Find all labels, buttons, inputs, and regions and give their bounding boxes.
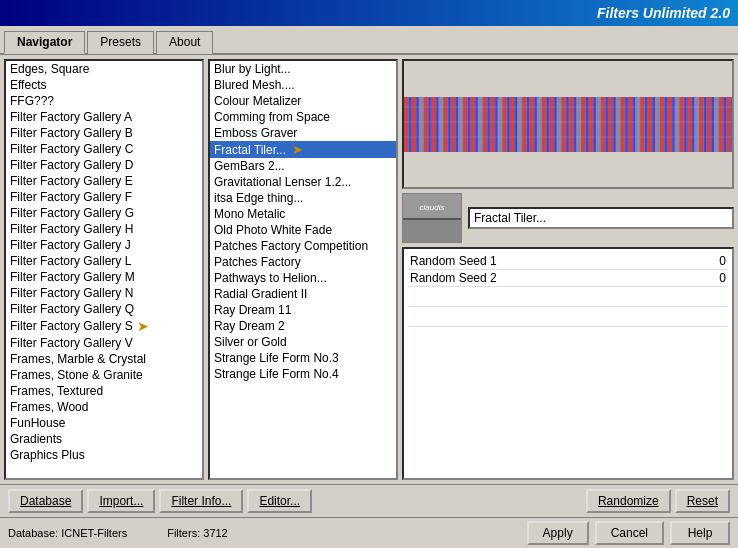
filter-thumbnail: claudis (402, 193, 462, 243)
list-item[interactable]: Filter Factory Gallery H (6, 221, 202, 237)
list-item[interactable]: Filter Factory Gallery Q (6, 301, 202, 317)
database-status: Database: ICNET-Filters (8, 527, 127, 539)
filter-item-selected[interactable]: Fractal Tiler... ➤ (210, 141, 396, 158)
list-item[interactable]: Filter Factory Gallery A (6, 109, 202, 125)
list-item[interactable]: Filter Factory Gallery F (6, 189, 202, 205)
filter-item[interactable]: Colour Metalizer (210, 93, 396, 109)
list-item[interactable]: Frames, Stone & Granite (6, 367, 202, 383)
filter-item[interactable]: Mono Metalic (210, 206, 396, 222)
list-item[interactable]: Frames, Textured (6, 383, 202, 399)
status-actions: Apply Cancel Help (527, 521, 730, 545)
list-item[interactable]: Filter Factory Gallery B (6, 125, 202, 141)
list-item[interactable]: Frames, Marble & Crystal (6, 351, 202, 367)
list-item[interactable]: Filter Factory Gallery M (6, 269, 202, 285)
filter-info-row: claudis Fractal Tiler... (402, 193, 734, 243)
list-item[interactable]: Filter Factory Gallery C (6, 141, 202, 157)
filter-item[interactable]: Blured Mesh.... (210, 77, 396, 93)
list-item[interactable]: Filter Factory Gallery E (6, 173, 202, 189)
apply-button[interactable]: Apply (527, 521, 589, 545)
filter-item[interactable]: Patches Factory (210, 254, 396, 270)
database-button[interactable]: Database (8, 489, 83, 513)
tab-presets[interactable]: Presets (87, 31, 154, 54)
list-item[interactable]: Filter Factory Gallery L (6, 253, 202, 269)
app-title: Filters Unlimited 2.0 (597, 5, 730, 21)
param-value: 0 (719, 271, 726, 285)
filter-item[interactable]: Radial Gradient II (210, 286, 396, 302)
filter-item[interactable]: itsa Edge thing... (210, 190, 396, 206)
reset-button[interactable]: Reset (675, 489, 730, 513)
param-value: 0 (719, 254, 726, 268)
filter-name-display: Fractal Tiler... (468, 207, 734, 229)
filter-item[interactable]: Blur by Light... (210, 61, 396, 77)
filter-item[interactable]: Comming from Space (210, 109, 396, 125)
svg-rect-13 (403, 220, 461, 242)
filter-item[interactable]: Strange Life Form No.4 (210, 366, 396, 382)
list-item[interactable]: Filter Factory Gallery S ➤ (6, 317, 202, 335)
filter-item[interactable]: Patches Factory Competition (210, 238, 396, 254)
param-label: Random Seed 1 (410, 254, 497, 268)
param-label: Random Seed 2 (410, 271, 497, 285)
randomize-button[interactable]: Randomize (586, 489, 671, 513)
list-item[interactable]: FunHouse (6, 415, 202, 431)
list-item[interactable]: Edges, Square (6, 61, 202, 77)
help-button[interactable]: Help (670, 521, 730, 545)
param-row: Random Seed 1 0 (408, 253, 728, 270)
params-area: Random Seed 1 0 Random Seed 2 0 (402, 247, 734, 480)
filter-item[interactable]: Ray Dream 11 (210, 302, 396, 318)
arrow-icon: ➤ (137, 318, 149, 334)
cancel-button[interactable]: Cancel (595, 521, 664, 545)
param-row: Random Seed 2 0 (408, 270, 728, 287)
param-row-empty (408, 307, 728, 327)
list-item[interactable]: Filter Factory Gallery J (6, 237, 202, 253)
preview-image (404, 97, 732, 152)
filter-item[interactable]: Pathways to Helion... (210, 270, 396, 286)
editor-button[interactable]: Editor... (247, 489, 312, 513)
list-item[interactable]: Frames, Wood (6, 399, 202, 415)
filter-item[interactable]: Gravitational Lenser 1.2... (210, 174, 396, 190)
tab-bar: Navigator Presets About (0, 26, 738, 55)
filter-item[interactable]: Silver or Gold (210, 334, 396, 350)
param-row-empty (408, 287, 728, 307)
list-item[interactable]: Filter Factory Gallery G (6, 205, 202, 221)
tab-about[interactable]: About (156, 31, 213, 54)
svg-text:claudis: claudis (420, 203, 445, 212)
svg-rect-5 (404, 97, 732, 152)
list-item[interactable]: Gradients (6, 431, 202, 447)
filter-item[interactable]: Ray Dream 2 (210, 318, 396, 334)
filter-item[interactable]: Old Photo White Fade (210, 222, 396, 238)
filters-count: Filters: 3712 (167, 527, 228, 539)
list-item[interactable]: Filter Factory Gallery V (6, 335, 202, 351)
bottom-toolbar: Database Import... Filter Info... Editor… (0, 484, 738, 517)
list-item[interactable]: Effects (6, 77, 202, 93)
status-bar: Database: ICNET-Filters Filters: 3712 Ap… (0, 517, 738, 548)
filter-info-button[interactable]: Filter Info... (159, 489, 243, 513)
thumb-svg: claudis (403, 194, 461, 242)
navigator-list[interactable]: Edges, Square Effects FFG??? Filter Fact… (4, 59, 204, 480)
filter-item[interactable]: Emboss Graver (210, 125, 396, 141)
selected-arrow-icon: ➤ (292, 142, 303, 157)
list-item[interactable]: Graphics Plus (6, 447, 202, 463)
right-panel: claudis Fractal Tiler... Random Seed 1 0… (402, 59, 734, 480)
filter-item[interactable]: Strange Life Form No.3 (210, 350, 396, 366)
preview-area (402, 59, 734, 189)
list-item[interactable]: Filter Factory Gallery N (6, 285, 202, 301)
tab-navigator[interactable]: Navigator (4, 31, 85, 54)
svg-rect-12 (403, 218, 461, 220)
list-item[interactable]: Filter Factory Gallery D (6, 157, 202, 173)
import-button[interactable]: Import... (87, 489, 155, 513)
filter-list[interactable]: Blur by Light... Blured Mesh.... Colour … (208, 59, 398, 480)
filter-item[interactable]: GemBars 2... (210, 158, 396, 174)
list-item[interactable]: FFG??? (6, 93, 202, 109)
